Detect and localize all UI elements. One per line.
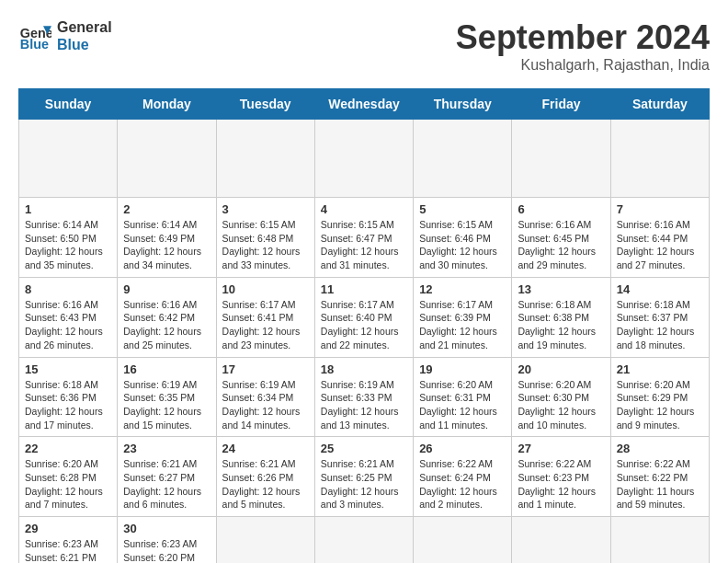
calendar-cell: 22Sunrise: 6:20 AM Sunset: 6:28 PM Dayli…: [19, 437, 118, 517]
day-number: 8: [25, 282, 111, 296]
day-number: 17: [222, 362, 309, 376]
calendar-cell: 23Sunrise: 6:21 AM Sunset: 6:27 PM Dayli…: [118, 437, 216, 517]
month-title: September 2024: [456, 18, 710, 57]
day-number: 6: [518, 202, 604, 216]
week-row-5: 22Sunrise: 6:20 AM Sunset: 6:28 PM Dayli…: [19, 437, 710, 517]
day-info: Sunrise: 6:16 AM Sunset: 6:44 PM Dayligh…: [617, 218, 703, 272]
day-number: 16: [123, 362, 210, 376]
day-number: 24: [222, 442, 309, 455]
col-header-saturday: Saturday: [610, 89, 709, 120]
calendar-cell: [610, 120, 709, 198]
day-number: 1: [25, 202, 111, 216]
calendar-cell: 26Sunrise: 6:22 AM Sunset: 6:24 PM Dayli…: [414, 437, 512, 517]
day-number: 10: [222, 282, 309, 296]
calendar-cell: 19Sunrise: 6:20 AM Sunset: 6:31 PM Dayli…: [414, 357, 512, 437]
calendar-cell: 10Sunrise: 6:17 AM Sunset: 6:41 PM Dayli…: [216, 277, 314, 357]
day-number: 19: [419, 362, 506, 376]
day-info: Sunrise: 6:21 AM Sunset: 6:25 PM Dayligh…: [321, 457, 407, 511]
day-number: 20: [518, 362, 604, 376]
day-info: Sunrise: 6:23 AM Sunset: 6:20 PM Dayligh…: [123, 537, 210, 563]
calendar-cell: 24Sunrise: 6:21 AM Sunset: 6:26 PM Dayli…: [216, 437, 314, 517]
page-header: General Blue General Blue September 2024…: [18, 18, 710, 74]
calendar-cell: 29Sunrise: 6:23 AM Sunset: 6:21 PM Dayli…: [19, 517, 118, 564]
calendar-cell: [414, 120, 512, 198]
day-number: 28: [617, 442, 703, 455]
day-info: Sunrise: 6:16 AM Sunset: 6:45 PM Dayligh…: [518, 218, 604, 272]
week-row-1: [19, 120, 710, 198]
day-info: Sunrise: 6:15 AM Sunset: 6:48 PM Dayligh…: [222, 218, 309, 272]
day-number: 25: [321, 442, 407, 455]
week-row-2: 1Sunrise: 6:14 AM Sunset: 6:50 PM Daylig…: [19, 198, 710, 278]
calendar-cell: 1Sunrise: 6:14 AM Sunset: 6:50 PM Daylig…: [19, 198, 118, 278]
day-info: Sunrise: 6:17 AM Sunset: 6:40 PM Dayligh…: [321, 298, 407, 352]
calendar-cell: 3Sunrise: 6:15 AM Sunset: 6:48 PM Daylig…: [216, 198, 314, 278]
calendar-cell: 6Sunrise: 6:16 AM Sunset: 6:45 PM Daylig…: [512, 198, 610, 278]
day-info: Sunrise: 6:20 AM Sunset: 6:29 PM Dayligh…: [617, 378, 703, 432]
day-info: Sunrise: 6:19 AM Sunset: 6:33 PM Dayligh…: [321, 378, 407, 432]
day-info: Sunrise: 6:18 AM Sunset: 6:36 PM Dayligh…: [25, 378, 111, 432]
logo-line2: Blue: [57, 36, 112, 53]
calendar-cell: [19, 120, 118, 198]
day-info: Sunrise: 6:18 AM Sunset: 6:37 PM Dayligh…: [617, 298, 703, 352]
calendar-cell: [118, 120, 216, 198]
day-number: 12: [419, 282, 506, 296]
week-row-4: 15Sunrise: 6:18 AM Sunset: 6:36 PM Dayli…: [19, 357, 710, 437]
calendar-cell: 9Sunrise: 6:16 AM Sunset: 6:42 PM Daylig…: [118, 277, 216, 357]
day-number: 11: [321, 282, 407, 296]
location: Kushalgarh, Rajasthan, India: [456, 57, 710, 74]
day-info: Sunrise: 6:19 AM Sunset: 6:34 PM Dayligh…: [222, 378, 309, 432]
calendar-header: SundayMondayTuesdayWednesdayThursdayFrid…: [19, 89, 710, 120]
title-block: September 2024 Kushalgarh, Rajasthan, In…: [456, 18, 710, 74]
day-number: 30: [123, 522, 210, 535]
day-number: 27: [518, 442, 604, 455]
calendar-cell: 12Sunrise: 6:17 AM Sunset: 6:39 PM Dayli…: [414, 277, 512, 357]
day-number: 13: [518, 282, 604, 296]
day-info: Sunrise: 6:22 AM Sunset: 6:23 PM Dayligh…: [518, 457, 604, 511]
calendar-cell: 16Sunrise: 6:19 AM Sunset: 6:35 PM Dayli…: [118, 357, 216, 437]
calendar-cell: [512, 517, 610, 564]
calendar-cell: [216, 517, 314, 564]
col-header-sunday: Sunday: [19, 89, 118, 120]
calendar-cell: 30Sunrise: 6:23 AM Sunset: 6:20 PM Dayli…: [118, 517, 216, 564]
col-header-thursday: Thursday: [414, 89, 512, 120]
day-info: Sunrise: 6:22 AM Sunset: 6:22 PM Dayligh…: [617, 457, 703, 511]
calendar-cell: 7Sunrise: 6:16 AM Sunset: 6:44 PM Daylig…: [610, 198, 709, 278]
day-number: 26: [419, 442, 506, 455]
day-number: 3: [222, 202, 309, 216]
day-number: 29: [25, 522, 111, 535]
day-number: 4: [321, 202, 407, 216]
day-info: Sunrise: 6:17 AM Sunset: 6:41 PM Dayligh…: [222, 298, 309, 352]
header-row: SundayMondayTuesdayWednesdayThursdayFrid…: [19, 89, 710, 120]
calendar-cell: 11Sunrise: 6:17 AM Sunset: 6:40 PM Dayli…: [314, 277, 413, 357]
svg-text:Blue: Blue: [20, 38, 49, 52]
calendar-cell: [216, 120, 314, 198]
calendar-cell: 5Sunrise: 6:15 AM Sunset: 6:46 PM Daylig…: [414, 198, 512, 278]
day-info: Sunrise: 6:23 AM Sunset: 6:21 PM Dayligh…: [25, 537, 111, 563]
day-number: 18: [321, 362, 407, 376]
day-number: 14: [617, 282, 703, 296]
day-info: Sunrise: 6:16 AM Sunset: 6:42 PM Dayligh…: [123, 298, 210, 352]
calendar-cell: 2Sunrise: 6:14 AM Sunset: 6:49 PM Daylig…: [118, 198, 216, 278]
calendar-cell: 15Sunrise: 6:18 AM Sunset: 6:36 PM Dayli…: [19, 357, 118, 437]
calendar-cell: [610, 517, 709, 564]
calendar-cell: [512, 120, 610, 198]
day-number: 2: [123, 202, 210, 216]
logo-line1: General: [57, 18, 112, 36]
calendar-cell: 18Sunrise: 6:19 AM Sunset: 6:33 PM Dayli…: [314, 357, 413, 437]
day-number: 7: [617, 202, 703, 216]
calendar-table: SundayMondayTuesdayWednesdayThursdayFrid…: [18, 88, 710, 563]
calendar-cell: [314, 517, 413, 564]
calendar-cell: 14Sunrise: 6:18 AM Sunset: 6:37 PM Dayli…: [610, 277, 709, 357]
day-number: 22: [25, 442, 111, 455]
col-header-tuesday: Tuesday: [216, 89, 314, 120]
calendar-body: 1Sunrise: 6:14 AM Sunset: 6:50 PM Daylig…: [19, 120, 710, 564]
calendar-cell: 8Sunrise: 6:16 AM Sunset: 6:43 PM Daylig…: [19, 277, 118, 357]
day-info: Sunrise: 6:18 AM Sunset: 6:38 PM Dayligh…: [518, 298, 604, 352]
day-info: Sunrise: 6:20 AM Sunset: 6:31 PM Dayligh…: [419, 378, 506, 432]
day-info: Sunrise: 6:21 AM Sunset: 6:27 PM Dayligh…: [123, 457, 210, 511]
logo-icon: General Blue: [18, 19, 51, 52]
day-info: Sunrise: 6:14 AM Sunset: 6:49 PM Dayligh…: [123, 218, 210, 272]
day-info: Sunrise: 6:20 AM Sunset: 6:28 PM Dayligh…: [25, 457, 111, 511]
day-info: Sunrise: 6:14 AM Sunset: 6:50 PM Dayligh…: [25, 218, 111, 272]
calendar-cell: 13Sunrise: 6:18 AM Sunset: 6:38 PM Dayli…: [512, 277, 610, 357]
